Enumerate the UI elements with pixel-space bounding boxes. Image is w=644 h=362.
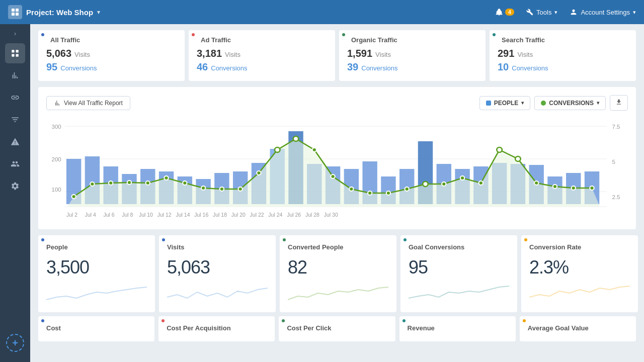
sidebar-item-links[interactable] xyxy=(5,87,25,108)
all-traffic-title: All Traffic xyxy=(46,36,177,44)
brand-logo[interactable]: Project: Web Shop ▾ xyxy=(8,5,100,19)
account-menu-button[interactable]: Account Settings ▾ xyxy=(570,8,636,16)
conversions-indicator xyxy=(541,101,546,106)
svg-rect-1 xyxy=(16,9,19,12)
organic-traffic-indicator xyxy=(342,33,345,36)
svg-text:7.5: 7.5 xyxy=(612,124,620,130)
notification-badge: 4 xyxy=(505,9,514,16)
sidebar-item-warning[interactable] xyxy=(5,132,25,152)
ad-traffic-conversions: 46 Conversions xyxy=(197,61,327,73)
svg-point-68 xyxy=(442,182,446,186)
rate-sparkline xyxy=(529,282,630,302)
visits-metric-indicator xyxy=(162,238,165,241)
ad-traffic-visits-num: 3,181 xyxy=(197,48,222,59)
svg-rect-3 xyxy=(16,13,19,16)
svg-point-56 xyxy=(220,187,224,191)
cpa-title: Cost Per Acquisition xyxy=(167,324,267,332)
search-traffic-visits-label: Visits xyxy=(517,51,533,58)
traffic-card-ad: Ad Traffic 3,181 Visits 46 Conversions xyxy=(189,30,335,81)
search-traffic-conv-num: 10 xyxy=(498,61,509,73)
ad-traffic-conv-label: Conversions xyxy=(211,64,247,72)
sidebar-item-filter[interactable] xyxy=(5,110,25,130)
top-nav: Project: Web Shop ▾ 4 Tools ▾ Account Se… xyxy=(0,0,644,24)
all-traffic-conversions: 95 Conversions xyxy=(46,61,177,73)
svg-point-52 xyxy=(146,181,150,185)
avg-goal-indicator xyxy=(523,319,526,322)
search-traffic-conv-label: Conversions xyxy=(512,64,548,72)
people-dropdown[interactable]: PEOPLE ▾ xyxy=(479,96,531,110)
tools-menu-button[interactable]: Tools ▾ xyxy=(526,9,557,16)
svg-point-69 xyxy=(460,176,464,180)
organic-traffic-visits-label: Visits xyxy=(375,51,391,58)
svg-point-63 xyxy=(349,187,353,191)
conversions-chevron: ▾ xyxy=(597,100,599,106)
svg-point-75 xyxy=(572,186,576,190)
people-indicator xyxy=(486,101,491,106)
svg-point-61 xyxy=(312,148,316,152)
svg-text:5: 5 xyxy=(612,159,615,165)
svg-text:Jul 24: Jul 24 xyxy=(268,212,282,218)
sidebar-expand-button[interactable]: › xyxy=(14,30,16,37)
all-traffic-visits-num: 5,063 xyxy=(46,48,71,59)
svg-point-58 xyxy=(257,171,261,175)
people-sparkline xyxy=(46,282,147,302)
metric-card-visits: Visits 5,063 xyxy=(159,235,276,312)
traffic-cards-row: All Traffic 5,063 Visits 95 Conversions … xyxy=(38,30,636,81)
download-button[interactable] xyxy=(610,95,628,111)
svg-text:Jul 12: Jul 12 xyxy=(157,212,172,218)
people-label: PEOPLE xyxy=(494,100,519,107)
tools-label: Tools xyxy=(536,9,551,16)
svg-point-51 xyxy=(127,180,131,185)
ad-traffic-visits: 3,181 Visits xyxy=(197,48,327,59)
metric-card-goal-conversions: Goal Conversions 95 xyxy=(400,235,517,312)
sidebar-item-settings[interactable] xyxy=(5,176,25,196)
svg-point-49 xyxy=(90,182,94,186)
traffic-card-organic: Organic Traffic 1,591 Visits 39 Conversi… xyxy=(339,30,486,81)
svg-text:2.5: 2.5 xyxy=(612,194,620,200)
svg-point-67 xyxy=(423,182,428,187)
notification-button[interactable]: 4 xyxy=(495,8,514,16)
search-traffic-visits: 291 Visits xyxy=(498,48,628,59)
main-chart: 300 200 100 7.5 5 2.5 xyxy=(46,119,628,219)
sidebar-item-charts[interactable] xyxy=(5,65,25,85)
svg-text:Jul 4: Jul 4 xyxy=(85,212,96,218)
cost-indicator xyxy=(41,319,44,322)
bottom-card-cpc: Cost Per Click xyxy=(279,316,395,341)
svg-text:Jul 20: Jul 20 xyxy=(231,212,246,218)
svg-rect-2 xyxy=(12,13,15,16)
ad-traffic-conv-num: 46 xyxy=(197,61,208,73)
topnav-right: 4 Tools ▾ Account Settings ▾ xyxy=(495,8,636,16)
svg-rect-0 xyxy=(12,9,15,12)
sidebar-item-people[interactable] xyxy=(5,154,25,174)
conversions-dropdown[interactable]: CONVERSIONS ▾ xyxy=(534,96,606,110)
svg-point-53 xyxy=(164,176,168,180)
svg-point-74 xyxy=(553,185,557,189)
svg-point-50 xyxy=(109,181,113,185)
svg-text:Jul 18: Jul 18 xyxy=(213,212,227,218)
all-traffic-visits-label: Visits xyxy=(74,51,90,58)
svg-rect-7 xyxy=(16,54,19,57)
conversions-dropdown-label: CONVERSIONS xyxy=(549,100,594,107)
svg-text:100: 100 xyxy=(52,187,61,193)
sidebar-item-dashboard[interactable] xyxy=(5,43,25,63)
organic-traffic-visits: 1,591 Visits xyxy=(347,48,477,59)
search-traffic-title: Search Traffic xyxy=(498,36,628,44)
visits-sparkline xyxy=(167,282,268,302)
metric-card-conversion-rate: Conversion Rate 2.3% xyxy=(521,235,638,312)
svg-text:Jul 16: Jul 16 xyxy=(194,212,208,218)
bottom-cards-row: Cost Cost Per Acquisition Cost Per Click… xyxy=(38,316,636,341)
all-traffic-conv-num: 95 xyxy=(46,61,57,73)
bottom-card-avg-goal: Average Goal Value xyxy=(520,316,636,341)
svg-rect-4 xyxy=(12,50,14,52)
converted-metric-indicator xyxy=(283,238,286,241)
visits-metric-title: Visits xyxy=(167,243,268,251)
view-all-traffic-button[interactable]: View All Traffic Report xyxy=(46,96,130,110)
chart-container: 300 200 100 7.5 5 2.5 xyxy=(46,119,628,221)
cpc-indicator xyxy=(282,319,285,322)
bottom-card-cost: Cost xyxy=(38,316,154,341)
account-chevron: ▾ xyxy=(633,9,636,16)
rate-metric-value: 2.3% xyxy=(529,257,630,278)
chart-controls: PEOPLE ▾ CONVERSIONS ▾ xyxy=(479,95,628,111)
goal-sparkline xyxy=(409,282,509,302)
sidebar-add-button[interactable]: + xyxy=(6,334,24,352)
